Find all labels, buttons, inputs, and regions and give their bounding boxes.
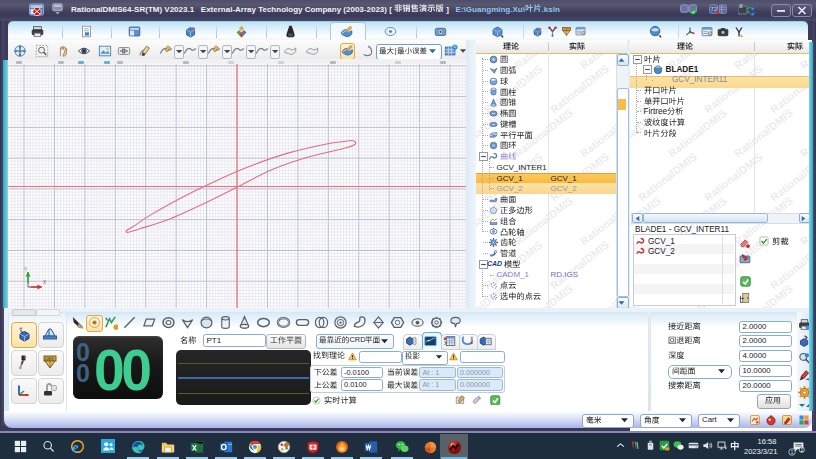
svg-text:1: 1 [800, 448, 803, 453]
svg-text:LMG: LMG [45, 356, 54, 361]
svg-text:e: e [72, 439, 78, 454]
svg-text:1: 1 [791, 450, 794, 455]
